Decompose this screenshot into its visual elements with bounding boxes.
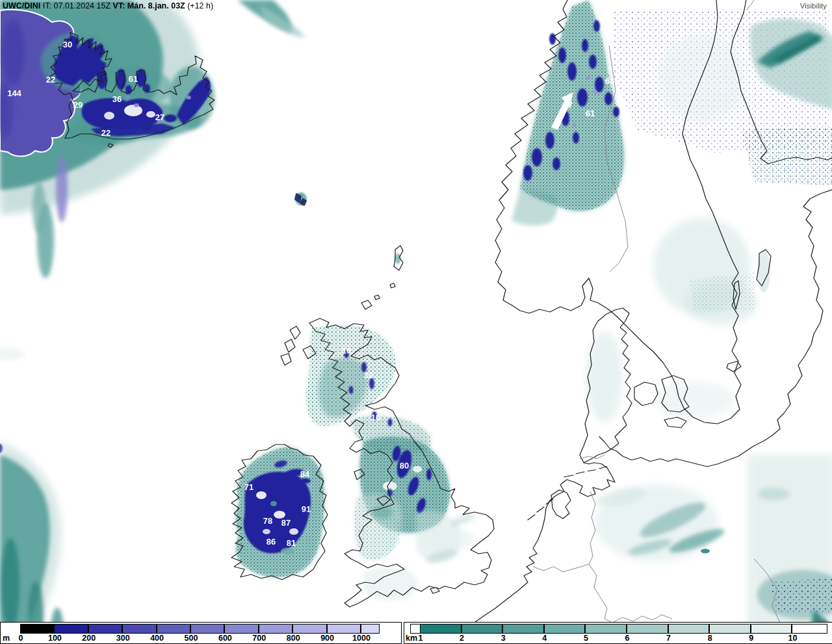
legend-swatch: [410, 624, 421, 634]
ijsselmeer-outline: [551, 490, 571, 519]
legend-tick-label: 5: [584, 634, 588, 643]
legend-tick-label: 500: [185, 634, 198, 643]
station-value-label: 78: [263, 516, 272, 526]
legend-tick-label: 2: [460, 634, 464, 643]
legend-swatch: [792, 624, 827, 634]
northsea-continental-coastline: [473, 463, 615, 624]
station-value-label: 36: [112, 94, 122, 104]
station-value-label: 81: [287, 538, 296, 548]
legend-swatch: [122, 624, 156, 634]
station-value-label: 86: [266, 537, 276, 547]
legend-unit-label: km: [406, 634, 417, 643]
station-value-label: 16: [342, 346, 351, 355]
border-belgium-netherlands: [533, 564, 589, 572]
legend-unit-label: m: [3, 634, 10, 643]
legend-tick-label: 1000: [352, 634, 370, 643]
station-value-label: 22: [46, 75, 55, 84]
legend-swatch: [88, 624, 122, 634]
station-value-label: 61: [586, 109, 595, 118]
station-value-label: 32: [364, 370, 373, 380]
run-info-header: UWC/DINI IT: 07.01.2024 15Z VT: Mán. 8.j…: [3, 1, 213, 10]
legend-swatch: [544, 624, 586, 634]
legend-swatch: [420, 624, 462, 634]
legend-tick-label: 400: [150, 634, 164, 643]
legend-tick-label: 0: [19, 634, 23, 643]
weather-map-screen: UWC/DINI IT: 07.01.2024 15Z VT: Mán. 8.j…: [0, 0, 832, 644]
legend-swatch: [157, 624, 190, 634]
station-value-label: 84: [300, 469, 309, 479]
legend-tick-label: 100: [48, 634, 62, 643]
lead-time: (+12 h): [187, 1, 213, 10]
orkney-coastline: [361, 295, 380, 309]
legend-tick-label: 700: [252, 634, 266, 643]
valid-time-value: Mán. 8.jan. 03Z: [127, 1, 185, 10]
legend-swatch: [668, 624, 710, 634]
station-value-label: 61: [129, 74, 138, 84]
legend-swatch: [292, 624, 326, 634]
border-belgium-germany: [589, 564, 612, 623]
legend-tick-label: 900: [320, 634, 334, 643]
border-netherlands-germany: [589, 491, 595, 564]
product-title: Visibility: [800, 2, 827, 10]
legend-kilometers: 12345678910km: [404, 622, 832, 644]
legend-swatch: [585, 624, 627, 634]
model-name: UWC/DINI: [3, 1, 40, 10]
legend-swatch: [709, 624, 751, 634]
init-time-value: 07.01.2024 15Z: [54, 1, 111, 10]
station-value-label: 28: [621, 110, 630, 120]
station-value-label: 67: [564, 100, 573, 110]
border-sweden-finland: [746, 0, 754, 10]
legend-swatch: [327, 624, 361, 634]
legend-tick-label: 200: [82, 634, 96, 643]
funen-coastline: [634, 382, 658, 406]
legend-swatch: [224, 624, 258, 634]
legend-tick-label: 6: [625, 634, 630, 643]
legend-swatch: [20, 624, 54, 634]
valid-time-label: VT:: [113, 1, 125, 10]
lolland-coastline: [664, 417, 686, 428]
station-value-label: 27: [155, 112, 164, 122]
map-canvas: [0, 0, 832, 644]
legend-swatch: [361, 624, 380, 634]
station-value-label: 10: [371, 413, 380, 422]
station-value-label: 80: [400, 461, 409, 470]
station-value-label: 91: [302, 504, 311, 514]
station-value-label: 71: [244, 482, 254, 492]
station-value-label: 144: [7, 88, 21, 98]
legend-swatch: [54, 624, 88, 634]
station-value-label: 22: [101, 128, 110, 138]
legend-tick-label: 7: [666, 634, 671, 643]
legend-tick-label: 4: [542, 634, 547, 643]
legend-tick-label: 800: [287, 634, 300, 643]
legend-swatch: [190, 624, 224, 634]
legend-tick-label: 8: [708, 634, 712, 643]
init-time-label: IT:: [43, 1, 51, 10]
legend-tick-label: 1: [419, 634, 423, 643]
legend-tick-label: 9: [749, 634, 753, 643]
legend-tick-label: 600: [218, 634, 232, 643]
legend-swatch: [259, 624, 292, 634]
legend-meters: 01002003004005006007008009001000m: [0, 622, 402, 644]
legend-tick-label: 300: [116, 634, 130, 643]
station-value-label: 30: [63, 40, 72, 49]
station-value-label: 68: [605, 76, 614, 86]
visibility-field-layer: [0, 0, 832, 644]
legend-swatch: [462, 624, 503, 634]
legend-swatch: [502, 624, 544, 634]
legend-tick-label: 10: [788, 634, 797, 643]
station-value-label: 29: [73, 100, 83, 110]
legend-swatch: [627, 624, 668, 634]
shetland-coastline: [390, 246, 403, 288]
station-value-label: 87: [281, 518, 291, 528]
legend-tick-label: 3: [501, 634, 506, 643]
bornholm-coastline: [727, 361, 741, 372]
legend-swatch: [751, 624, 792, 634]
